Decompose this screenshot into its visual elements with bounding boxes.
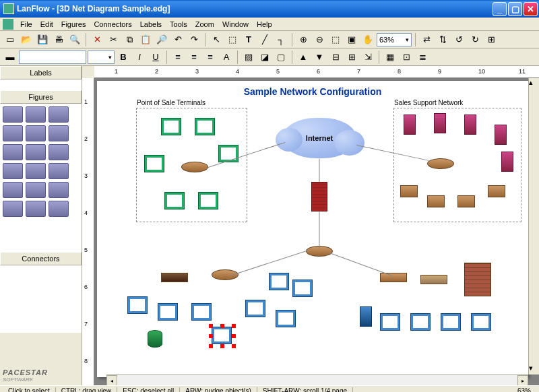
fillcolor-icon[interactable]: ▬ (3, 50, 18, 65)
figures-pane[interactable] (0, 104, 82, 252)
node-switch[interactable] (380, 273, 407, 282)
labels-pane[interactable] (0, 79, 82, 90)
rotate-l-icon[interactable]: ↺ (451, 32, 466, 47)
fontsize-select[interactable] (88, 51, 115, 64)
figure-shape[interactable] (49, 201, 69, 217)
node-router[interactable] (181, 162, 208, 172)
node-tower[interactable] (434, 113, 446, 133)
delete-icon[interactable]: ✕ (90, 32, 104, 47)
group-label[interactable]: Point of Sale Terminals (137, 99, 205, 106)
zoom-select[interactable]: 63% (377, 33, 412, 46)
figure-shape[interactable] (49, 144, 69, 160)
figure-shape[interactable] (3, 201, 23, 217)
node-rack[interactable] (464, 263, 491, 296)
layers-icon[interactable]: ≣ (415, 50, 430, 65)
align-right-icon[interactable]: ≡ (203, 50, 218, 65)
zoomregion-icon[interactable]: ⬚ (328, 32, 343, 47)
align-left-icon[interactable]: ≡ (170, 50, 185, 65)
connector[interactable] (329, 253, 393, 276)
node-router[interactable] (212, 269, 239, 280)
front-icon[interactable]: ▲ (296, 50, 311, 65)
node-tower[interactable] (464, 115, 476, 135)
node-tower[interactable] (495, 125, 507, 145)
line-icon[interactable]: ╱ (257, 32, 272, 47)
node-pc[interactable] (441, 313, 461, 331)
node-laptop[interactable] (427, 195, 445, 207)
menu-labels[interactable]: Labels (136, 19, 166, 30)
border-icon[interactable]: ▢ (274, 50, 288, 65)
menu-figures[interactable]: Figures (57, 19, 90, 30)
group-label[interactable]: Sales Support Network (394, 99, 463, 106)
node-pc-selected[interactable] (212, 327, 232, 344)
paste-icon[interactable]: 📋 (138, 32, 153, 47)
figure-shape[interactable] (49, 182, 69, 198)
node-pc[interactable] (245, 300, 265, 317)
minimize-button[interactable]: _ (493, 2, 507, 16)
italic-icon[interactable]: I (132, 50, 147, 65)
cut-icon[interactable]: ✂ (106, 32, 121, 47)
diagram-title[interactable]: Sample Network Configuration (97, 86, 528, 97)
node-hub[interactable] (420, 275, 447, 284)
node-terminal[interactable] (161, 118, 181, 135)
group-icon[interactable]: ⊞ (484, 32, 499, 47)
grid-icon[interactable]: ▦ (383, 50, 398, 65)
figure-shape[interactable] (26, 182, 46, 198)
figure-shape[interactable] (3, 125, 23, 141)
selection-handle[interactable] (209, 344, 213, 348)
node-pc[interactable] (158, 303, 178, 321)
align-obj-icon[interactable]: ⊟ (328, 50, 343, 65)
flip-v-icon[interactable]: ⇅ (435, 32, 450, 47)
node-laptop[interactable] (488, 185, 505, 197)
preview-icon[interactable]: 🔍 (67, 32, 82, 47)
pointer-icon[interactable]: ↖ (209, 32, 224, 47)
font-select[interactable] (19, 51, 86, 64)
flip-h-icon[interactable]: ⇄ (419, 32, 434, 47)
node-tower[interactable] (501, 152, 513, 172)
align-center-icon[interactable]: ≡ (187, 50, 201, 65)
node-pc[interactable] (269, 273, 289, 290)
selection-handle[interactable] (209, 324, 213, 328)
rotate-r-icon[interactable]: ↻ (468, 32, 482, 47)
copy-icon[interactable]: ⧉ (122, 32, 137, 47)
node-pc[interactable] (127, 296, 148, 314)
save-icon[interactable]: 💾 (35, 32, 50, 47)
undo-icon[interactable]: ↶ (170, 32, 185, 47)
node-pc[interactable] (191, 303, 212, 321)
underline-icon[interactable]: U (148, 50, 163, 65)
close-button[interactable]: ✕ (524, 2, 538, 16)
node-terminal[interactable] (198, 192, 218, 209)
zoomhand-icon[interactable]: ✋ (360, 32, 375, 47)
zoomfit-icon[interactable]: ▣ (344, 32, 359, 47)
open-icon[interactable]: 📂 (19, 32, 34, 47)
figure-shape[interactable] (26, 163, 46, 179)
node-tower[interactable] (404, 115, 416, 135)
figure-shape[interactable] (49, 163, 69, 179)
node-terminal[interactable] (195, 118, 215, 135)
zoomout-icon[interactable]: ⊖ (312, 32, 327, 47)
selection-handle[interactable] (209, 334, 213, 338)
zoomin-icon[interactable]: ⊕ (296, 32, 311, 47)
scroll-down-icon[interactable]: ▾ (529, 364, 539, 374)
scroll-left-icon[interactable]: ◂ (106, 375, 117, 385)
connectors-pane[interactable] (0, 265, 82, 333)
fill-icon[interactable]: ▨ (241, 50, 256, 65)
palette-figures[interactable]: Figures (0, 90, 82, 104)
node-switch[interactable] (161, 273, 188, 282)
snap-icon[interactable]: ⊡ (399, 50, 414, 65)
figure-shape[interactable] (3, 106, 23, 123)
canvas[interactable]: Sample Network Configuration Point of Sa… (94, 78, 539, 385)
node-terminal[interactable] (164, 192, 185, 209)
node-cloud[interactable]: Internet (282, 118, 356, 158)
figure-shape[interactable] (26, 144, 46, 160)
maximize-button[interactable]: ▢ (508, 2, 522, 16)
figure-shape[interactable] (26, 125, 46, 141)
menu-edit[interactable]: Edit (36, 19, 57, 30)
node-terminal[interactable] (144, 155, 164, 172)
menu-help[interactable]: Help (253, 19, 276, 30)
diagram-page[interactable]: Sample Network Configuration Point of Sa… (97, 81, 528, 377)
distribute-icon[interactable]: ⊞ (344, 50, 359, 65)
shadow-icon[interactable]: ◪ (257, 50, 272, 65)
node-database[interactable] (148, 330, 162, 348)
back-icon[interactable]: ▼ (312, 50, 327, 65)
scrollbar-vertical[interactable]: ▴ ▾ (528, 78, 539, 374)
